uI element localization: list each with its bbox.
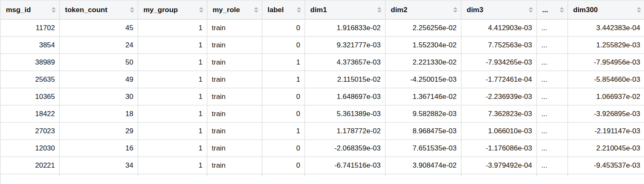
cell-empty — [568, 174, 644, 176]
sort-arrows-icon[interactable] — [199, 7, 203, 13]
cell-dim2: 1.552304e-02 — [385, 36, 461, 54]
cell-label: 1 — [262, 54, 305, 71]
table-row: 10365301train01.648697e-031.367146e-02-2… — [1, 88, 644, 105]
cell-dim300: -9.453537e-03 — [568, 157, 644, 174]
cell-myrole: train — [207, 140, 262, 157]
cell-empty — [385, 174, 461, 176]
cell-ellipsis: ... — [537, 157, 568, 174]
cell-mygroup: 1 — [138, 140, 207, 157]
cell-tokencount: 45 — [60, 19, 138, 36]
sort-arrows-icon[interactable] — [130, 7, 134, 13]
table-row: 27023291train11.178772e-028.968475e-031.… — [1, 122, 644, 140]
cell-dim1: -2.068359e-03 — [305, 140, 385, 157]
sort-arrows-icon[interactable] — [529, 7, 533, 13]
cell-ellipsis: ... — [537, 122, 568, 140]
cell-msgid: 11702 — [1, 19, 60, 36]
column-header-label[interactable]: label — [262, 1, 305, 19]
sort-arrows-icon[interactable] — [377, 7, 382, 13]
cell-msgid: 10365 — [1, 88, 60, 105]
sort-descending-icon — [297, 10, 301, 13]
sort-arrows-icon[interactable] — [453, 7, 457, 13]
cell-myrole: train — [207, 19, 262, 36]
column-header-mygroup[interactable]: my_group — [138, 1, 207, 19]
sort-descending-icon — [52, 10, 56, 13]
sort-arrows-icon[interactable] — [254, 7, 258, 13]
cell-mygroup: 1 — [138, 19, 207, 36]
cell-ellipsis: ... — [537, 88, 568, 105]
cell-myrole: train — [207, 88, 262, 105]
column-header-tokencount[interactable]: token_count — [60, 1, 138, 19]
cell-ellipsis: ... — [537, 36, 568, 54]
column-header-label: dim2 — [391, 6, 408, 14]
column-header-label: label — [267, 6, 284, 14]
sort-arrows-icon[interactable] — [560, 7, 564, 13]
cell-msgid: 12030 — [1, 140, 60, 157]
sort-ascending-icon — [529, 7, 533, 9]
cell-mygroup: 1 — [138, 88, 207, 105]
column-header-[interactable]: ... — [537, 1, 568, 19]
sort-arrows-icon[interactable] — [52, 7, 56, 13]
cell-ellipsis: ... — [537, 71, 568, 88]
cell-dim1: 9.321777e-03 — [305, 36, 385, 54]
table-row: 11702451train01.916833e-022.256256e-024.… — [1, 19, 644, 36]
cell-label: 0 — [262, 105, 305, 122]
cell-dim1: 5.361389e-03 — [305, 105, 385, 122]
cell-msgid: 18422 — [1, 105, 60, 122]
sort-arrows-icon[interactable] — [297, 7, 301, 13]
cell-dim2: -4.250015e-03 — [385, 71, 461, 88]
sort-descending-icon — [199, 10, 203, 13]
cell-dim1: 1.648697e-03 — [305, 88, 385, 105]
cell-mygroup: 1 — [138, 54, 207, 71]
cell-dim300: -2.191147e-03 — [568, 122, 644, 140]
column-header-msgid[interactable]: msg_id — [1, 1, 60, 19]
cell-mygroup: 1 — [138, 122, 207, 140]
cell-empty — [262, 174, 305, 176]
sort-descending-icon — [637, 10, 641, 13]
sort-ascending-icon — [130, 7, 134, 9]
cell-myrole: train — [207, 157, 262, 174]
table-row-partial — [1, 174, 644, 176]
column-header-dim1[interactable]: dim1 — [305, 1, 385, 19]
cell-empty — [537, 174, 568, 176]
column-header-label: msg_id — [6, 6, 31, 14]
cell-tokencount: 29 — [60, 122, 138, 140]
column-header-dim3[interactable]: dim3 — [461, 1, 537, 19]
cell-dim1: -6.741516e-03 — [305, 157, 385, 174]
cell-ellipsis: ... — [537, 54, 568, 71]
cell-dim3: 7.752563e-03 — [461, 36, 537, 54]
cell-label: 0 — [262, 19, 305, 36]
sort-arrows-icon[interactable] — [637, 7, 641, 13]
cell-dim300: 2.210045e-03 — [568, 140, 644, 157]
cell-dim3: 4.412903e-03 — [461, 19, 537, 36]
column-header-myrole[interactable]: my_role — [207, 1, 262, 19]
table-row: 20221341train0-6.741516e-033.908474e-02-… — [1, 157, 644, 174]
sort-ascending-icon — [560, 7, 564, 9]
cell-label: 0 — [262, 36, 305, 54]
cell-mygroup: 1 — [138, 157, 207, 174]
cell-dim3: -3.979492e-04 — [461, 157, 537, 174]
sort-descending-icon — [254, 10, 258, 13]
column-header-label: token_count — [65, 6, 107, 14]
header-row: msg_idtoken_countmy_groupmy_rolelabeldim… — [1, 1, 644, 19]
cell-tokencount: 49 — [60, 71, 138, 88]
table-row: 25635491train12.115015e-02-4.250015e-03-… — [1, 71, 644, 88]
cell-empty — [60, 174, 138, 176]
cell-ellipsis: ... — [537, 105, 568, 122]
column-header-dim2[interactable]: dim2 — [385, 1, 461, 19]
column-header-label: dim300 — [573, 6, 598, 14]
sort-ascending-icon — [637, 7, 641, 9]
column-header-dim300[interactable]: dim300 — [568, 1, 644, 19]
cell-tokencount: 24 — [60, 36, 138, 54]
sort-descending-icon — [130, 10, 134, 13]
cell-msgid: 27023 — [1, 122, 60, 140]
table-row: 18422181train05.361389e-039.582882e-037.… — [1, 105, 644, 122]
column-header-label: my_group — [143, 6, 178, 14]
cell-dim1: 4.373657e-03 — [305, 54, 385, 71]
column-header-label: ... — [542, 6, 548, 14]
cell-dim3: -7.934265e-03 — [461, 54, 537, 71]
sort-ascending-icon — [297, 7, 301, 9]
cell-ellipsis: ... — [537, 19, 568, 36]
cell-dim3: 7.362823e-03 — [461, 105, 537, 122]
sort-descending-icon — [560, 10, 564, 13]
cell-mygroup: 1 — [138, 71, 207, 88]
